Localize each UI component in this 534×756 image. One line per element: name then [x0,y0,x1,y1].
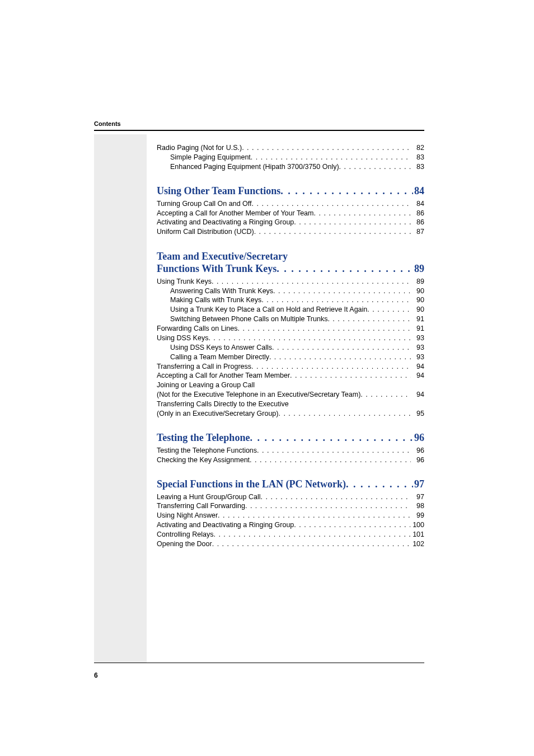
toc-entry-label: (Not for the Executive Telephone in an E… [157,390,360,400]
toc-entry-page: 91 [411,314,424,324]
toc-entry-page: 86 [411,218,424,227]
toc-leader-dots [346,478,413,490]
toc-entry[interactable]: Checking the Key Assignment96 [157,456,424,465]
toc-entry-page: 94 [411,371,424,381]
toc-entry-label: Activating and Deactivating a Ringing Gr… [157,218,294,227]
toc-entry-label: Checking the Key Assignment [157,456,250,465]
toc-entry[interactable]: Transferring a Call in Progress94 [157,362,424,372]
toc-entry-label: Enhanced Paging Equipment (Hipath 3700/3… [170,162,339,172]
toc-entry-continuation: Transferring Calls Directly to the Execu… [157,400,424,409]
toc-entry[interactable]: Using Night Answer99 [157,511,424,520]
toc-leader-dots [212,539,410,549]
toc-entry[interactable]: Making Calls with Trunk Keys90 [157,295,424,305]
toc-leader-dots [278,409,411,419]
toc-entry-page: 87 [411,227,424,237]
toc-entry[interactable]: Activating and Deactivating a Ringing Gr… [157,520,424,530]
toc-entry-page: 96 [411,456,424,465]
toc-entry-page: 97 [411,492,424,502]
toc-entry[interactable]: Using a Trunk Key to Place a Call on Hol… [157,305,424,314]
toc-entry-page: 86 [411,209,424,218]
toc-entry-label: Using Trunk Keys [157,277,212,287]
toc-entry[interactable]: Accepting a Call for Another Team Member… [157,371,424,381]
toc-entry[interactable]: (Not for the Executive Telephone in an E… [157,390,424,400]
toc-leader-dots [277,263,413,275]
toc-entry[interactable]: Leaving a Hunt Group/Group Call97 [157,492,424,502]
toc-entry-label: Switching Between Phone Calls on Multipl… [170,314,327,324]
toc-section-title: Using Other Team Functions [157,185,280,197]
toc-entry[interactable]: Using DSS Keys93 [157,334,424,343]
toc-section-page: 97 [413,478,424,490]
toc-entry[interactable]: Controlling Relays101 [157,530,424,539]
toc-leader-dots [294,218,411,227]
toc-leader-dots [261,492,411,502]
toc-entry-label: Calling a Team Member Directly [170,353,269,362]
toc-section-heading[interactable]: Testing the Telephone 96 [157,432,424,444]
toc-entry-label: Leaving a Hunt Group/Group Call [157,492,261,502]
toc-leader-dots [254,227,411,237]
toc-leader-dots [280,185,413,197]
toc-section-heading[interactable]: Special Functions in the LAN (PC Network… [157,478,424,490]
toc-entry-page: 102 [410,539,424,549]
page-number: 6 [94,672,98,679]
toc-section-page: 96 [413,432,424,444]
toc-leader-dots [252,199,411,209]
page: Contents 6 Radio Paging (Not for U.S.)82… [0,0,534,756]
toc-entry[interactable]: Answering Calls With Trunk Keys90 [157,287,424,296]
toc-entry[interactable]: Calling a Team Member Directly93 [157,353,424,362]
toc-entry-label: Turning Group Call On and Off [157,199,252,209]
toc-leader-dots [251,153,411,162]
toc-leader-dots [208,334,411,343]
toc-entry[interactable]: Enhanced Paging Equipment (Hipath 3700/3… [157,162,424,172]
toc-entry[interactable]: Uniform Call Distribution (UCD)87 [157,227,424,237]
toc-entry[interactable]: (Only in an Executive/Secretary Group)95 [157,409,424,419]
toc-entry[interactable]: Using DSS Keys to Answer Calls93 [157,343,424,353]
toc-section-heading[interactable]: Functions With Trunk Keys 89 [157,263,424,275]
toc-entry-page: 93 [411,334,424,343]
toc-leader-dots [250,432,413,444]
toc-leader-dots [273,287,411,296]
toc-entry-label: Simple Paging Equipment [170,153,251,162]
toc-leader-dots [218,511,411,520]
toc-leader-dots [339,162,411,172]
toc-entry-label: Making Calls with Trunk Keys [170,295,261,305]
toc-entry[interactable]: Using Trunk Keys89 [157,277,424,287]
toc-entry[interactable]: Simple Paging Equipment83 [157,153,424,162]
toc-entry[interactable]: Transferring Call Forwarding98 [157,501,424,511]
toc-entry-page: 82 [411,143,424,153]
toc-entry-page: 91 [411,324,424,334]
toc-entry[interactable]: Forwarding Calls on Lines91 [157,324,424,334]
toc-entry-page: 95 [411,409,424,419]
toc-entry-page: 94 [411,390,424,400]
toc-entry-label: Accepting a Call for Another Team Member [157,371,290,381]
toc-leader-dots [212,277,411,287]
toc-section-heading[interactable]: Using Other Team Functions 84 [157,185,424,197]
toc-entry-label: Radio Paging (Not for U.S.) [157,143,242,153]
toc-entry-page: 84 [411,199,424,209]
toc-leader-dots [360,390,411,400]
sidebar-grey-band [94,134,147,663]
toc-entry-page: 93 [411,353,424,362]
toc-leader-dots [272,343,411,353]
toc-leader-dots [242,143,411,153]
contents-header-label: Contents [94,120,121,127]
toc-entry[interactable]: Testing the Telephone Functions96 [157,446,424,456]
toc-entry[interactable]: Accepting a Call for Another Member of Y… [157,209,424,218]
toc-entry-label: Opening the Door [157,539,212,549]
toc-leader-dots [245,501,411,511]
toc-entry[interactable]: Switching Between Phone Calls on Multipl… [157,314,424,324]
toc-entry-page: 83 [411,162,424,172]
toc-entry-page: 99 [411,511,424,520]
toc-entry[interactable]: Radio Paging (Not for U.S.)82 [157,143,424,153]
toc-entry[interactable]: Activating and Deactivating a Ringing Gr… [157,218,424,227]
toc-entry[interactable]: Opening the Door102 [157,539,424,549]
toc-entry-continuation: Joining or Leaving a Group Call [157,381,424,390]
toc-leader-dots [257,446,411,456]
toc-entry-label: Controlling Relays [157,530,213,539]
toc-leader-dots [251,362,411,372]
toc-entry[interactable]: Turning Group Call On and Off84 [157,199,424,209]
toc-entry-page: 94 [411,362,424,372]
toc-section-title-line1[interactable]: Team and Executive/Secretary [157,250,424,263]
toc-leader-dots [261,295,411,305]
toc-entry-label: Activating and Deactivating a Ringing Gr… [157,520,294,530]
toc-section-page: 89 [413,263,424,275]
